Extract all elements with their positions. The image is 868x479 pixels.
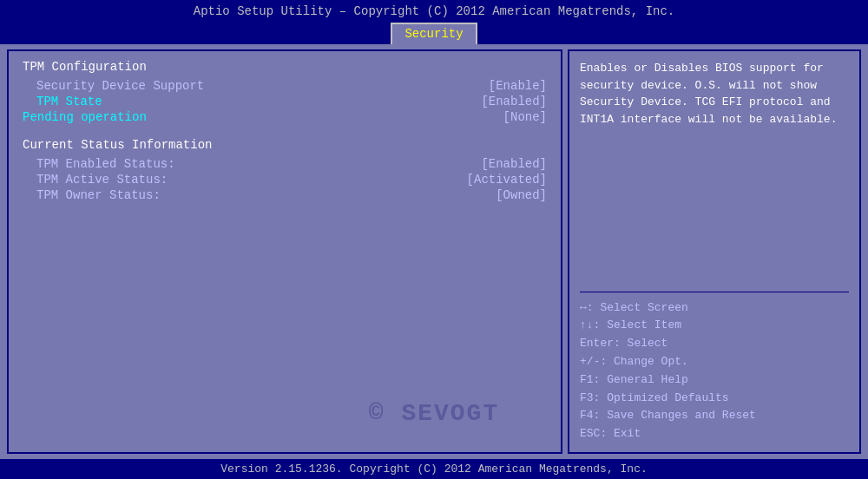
tpm-owner-label: TPM Owner Status:	[36, 188, 161, 202]
security-device-support-item[interactable]: Security Device Support [Enable]	[23, 79, 547, 93]
shortcut-select-screen: ↔: Select Screen	[580, 299, 849, 318]
shortcut-esc: ESC: Exit	[580, 425, 849, 443]
tpm-enabled-value: [Enabled]	[481, 157, 547, 171]
tpm-state-item[interactable]: TPM State [Enabled]	[23, 95, 547, 108]
title-text: Aptio Setup Utility – Copyright (C) 2012…	[0, 3, 868, 21]
pending-op-label: Pending operation	[23, 110, 147, 124]
shortcut-f1: F1: General Help	[580, 371, 849, 390]
shortcut-f3: F3: Optimized Defaults	[580, 390, 849, 408]
shortcut-select-item: ↑↓: Select Item	[580, 317, 849, 335]
title-bar: Aptio Setup Utility – Copyright (C) 2012…	[0, 0, 868, 44]
shortcut-enter: Enter: Select	[580, 335, 849, 353]
pending-operation-item[interactable]: Pending operation [None]	[23, 110, 547, 124]
tpm-active-status: TPM Active Status: [Activated]	[23, 173, 547, 187]
help-text: Enables or Disables BIOS support for sec…	[580, 60, 849, 284]
footer: Version 2.15.1236. Copyright (C) 2012 Am…	[0, 459, 868, 479]
shortcuts: ↔: Select Screen ↑↓: Select Item Enter: …	[580, 292, 849, 443]
tpm-config-title: TPM Configuration	[23, 60, 547, 74]
tpm-state-label: TPM State	[36, 95, 102, 108]
security-device-support-value: [Enable]	[489, 79, 547, 93]
tab-bar: Security	[0, 23, 868, 45]
main-area: TPM Configuration Security Device Suppor…	[0, 44, 868, 459]
tpm-enabled-status: TPM Enabled Status: [Enabled]	[23, 157, 547, 171]
tpm-enabled-label: TPM Enabled Status:	[36, 157, 175, 171]
tpm-active-value: [Activated]	[467, 173, 547, 187]
security-device-support-label: Security Device Support	[36, 79, 204, 93]
shortcut-f4: F4: Save Changes and Reset	[580, 407, 849, 425]
status-title: Current Status Information	[23, 138, 547, 152]
tpm-owner-value: [Owned]	[496, 188, 547, 202]
tpm-active-label: TPM Active Status:	[36, 173, 168, 187]
pending-op-value: [None]	[503, 110, 547, 124]
status-section: Current Status Information TPM Enabled S…	[23, 138, 547, 202]
left-panel: TPM Configuration Security Device Suppor…	[7, 49, 562, 454]
tpm-state-value: [Enabled]	[481, 95, 547, 108]
shortcut-change-opt: +/-: Change Opt.	[580, 353, 849, 371]
security-tab[interactable]: Security	[391, 23, 477, 45]
tpm-owner-status: TPM Owner Status: [Owned]	[23, 188, 547, 202]
right-panel: Enables or Disables BIOS support for sec…	[568, 49, 861, 454]
